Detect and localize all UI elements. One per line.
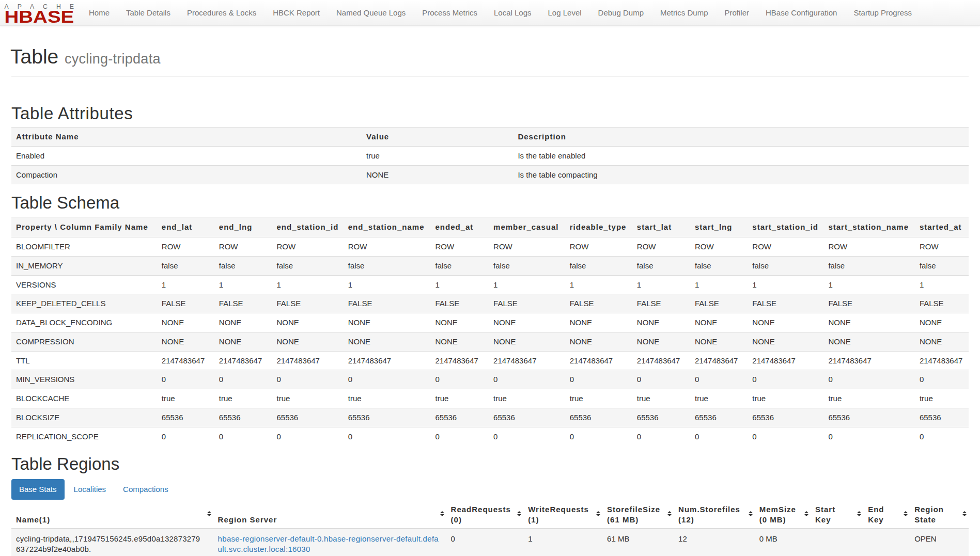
svg-text:HBASE: HBASE bbox=[5, 7, 74, 26]
